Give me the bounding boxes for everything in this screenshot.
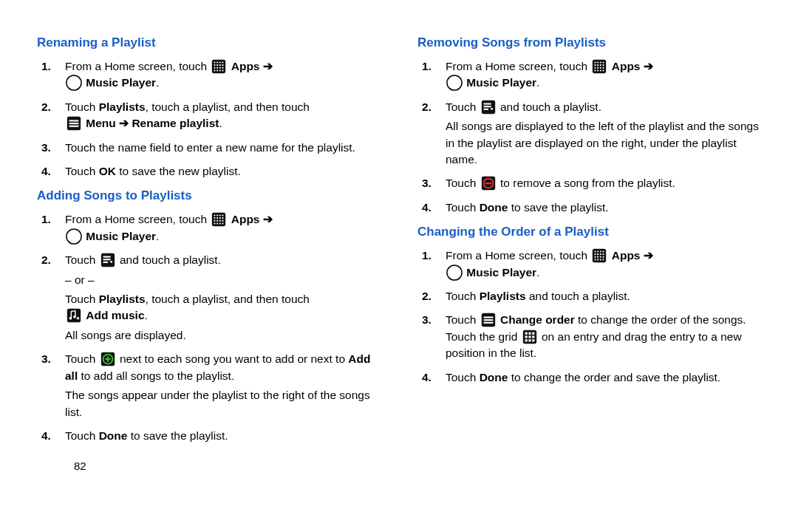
left-column: Renaming a Playlist From a Home screen, … xyxy=(37,30,381,474)
text: to save the new playlist. xyxy=(116,165,241,177)
text: and touch a playlist. xyxy=(120,253,221,266)
text: Touch xyxy=(65,429,99,442)
label-music-player: Music Player xyxy=(466,266,536,279)
list-item: Touch and touch a playlist. – or – Touch… xyxy=(65,252,381,344)
label-done: Done xyxy=(99,429,128,442)
grid-icon xyxy=(522,329,538,345)
text: Touch xyxy=(65,352,99,365)
add-music-icon xyxy=(66,307,82,324)
text: , touch a playlist, and then touch xyxy=(146,100,310,113)
music-player-icon xyxy=(446,265,463,281)
arrow-icon: ➔ xyxy=(263,213,273,225)
text: and touch a playlist. xyxy=(526,290,630,302)
text: All songs are displayed. xyxy=(65,327,381,344)
list-item: Touch next to each song you want to add … xyxy=(65,351,381,420)
adding-steps: From a Home screen, touch Apps ➔ Music P… xyxy=(37,211,381,445)
label-add-music: Add music xyxy=(86,309,144,321)
text: Touch xyxy=(65,293,99,305)
label-menu: Menu xyxy=(86,117,115,129)
text: The songs appear under the playlist to t… xyxy=(65,387,381,420)
text: Touch xyxy=(65,100,99,113)
list-item: From a Home screen, touch Apps ➔ Music P… xyxy=(446,58,761,92)
label-playlists: Playlists xyxy=(99,100,146,113)
text: From a Home screen, touch xyxy=(446,249,590,262)
arrow-icon: ➔ xyxy=(644,249,653,262)
minus-icon xyxy=(480,175,497,191)
arrow-icon: ➔ xyxy=(263,60,273,72)
apps-icon xyxy=(211,58,227,75)
list-item: Touch Playlists, touch a playlist, and t… xyxy=(65,99,381,132)
label-change-order: Change order xyxy=(500,313,575,326)
text: to add all songs to the playlist. xyxy=(78,369,234,382)
text: to save the playlist. xyxy=(127,429,228,442)
menu-icon xyxy=(66,115,82,132)
text: Touch xyxy=(446,371,480,383)
menu-icon xyxy=(480,312,497,328)
text: and touch a playlist. xyxy=(500,100,601,113)
text: From a Home screen, touch xyxy=(446,60,590,72)
playlist-add-icon xyxy=(480,99,497,115)
label-apps: Apps xyxy=(231,213,260,225)
music-player-icon xyxy=(66,75,82,91)
label-music-player: Music Player xyxy=(86,76,156,89)
label-ok: OK xyxy=(99,165,116,177)
removing-steps: From a Home screen, touch Apps ➔ Music P… xyxy=(417,58,761,216)
text: to change the order and save the playlis… xyxy=(508,371,720,383)
list-item: Touch Playlists and touch a playlist. xyxy=(446,288,761,304)
page-number: 82 xyxy=(37,458,381,474)
list-item: Touch and touch a playlist. All songs ar… xyxy=(446,99,761,168)
list-item: Touch OK to save the new playlist. xyxy=(65,163,381,180)
text: Touch xyxy=(65,253,99,266)
rename-steps: From a Home screen, touch Apps ➔ Music P… xyxy=(37,58,381,180)
list-item: Touch to remove a song from the playlist… xyxy=(446,175,761,191)
label-apps: Apps xyxy=(612,60,641,72)
arrow-icon: ➔ xyxy=(644,60,653,72)
heading-removing: Removing Songs from Playlists xyxy=(417,34,761,52)
label-done: Done xyxy=(480,371,508,383)
heading-rename: Renaming a Playlist xyxy=(37,34,381,52)
label-playlists: Playlists xyxy=(99,293,146,305)
apps-icon xyxy=(591,248,607,264)
text: to save the playlist. xyxy=(508,201,608,214)
playlist-add-icon xyxy=(100,252,116,268)
text: Touch xyxy=(446,290,480,302)
list-item: Touch the name field to enter a new name… xyxy=(65,140,381,156)
page-content: Renaming a Playlist From a Home screen, … xyxy=(37,30,761,474)
text: Touch xyxy=(446,100,480,113)
music-player-icon xyxy=(446,75,463,91)
text: Touch the name field to enter a new name… xyxy=(65,141,355,154)
apps-icon xyxy=(211,211,227,228)
arrow-icon: ➔ xyxy=(119,117,129,129)
text: Touch xyxy=(446,177,480,189)
text: Touch xyxy=(446,201,480,214)
text: next to each song you want to add or nex… xyxy=(120,352,348,365)
text: From a Home screen, touch xyxy=(65,60,210,72)
apps-icon xyxy=(591,58,607,75)
list-item: Touch Done to change the order and save … xyxy=(446,369,761,386)
text: From a Home screen, touch xyxy=(65,213,210,225)
label-done: Done xyxy=(480,201,508,214)
list-item: From a Home screen, touch Apps ➔ Music P… xyxy=(65,211,381,245)
text: , touch a playlist, and then touch xyxy=(146,293,310,305)
label-music-player: Music Player xyxy=(86,230,156,242)
label-apps: Apps xyxy=(612,249,641,262)
or-divider: – or – xyxy=(65,272,381,288)
changing-steps: From a Home screen, touch Apps ➔ Music P… xyxy=(417,248,761,386)
right-column: Removing Songs from Playlists From a Hom… xyxy=(417,30,761,474)
list-item: From a Home screen, touch Apps ➔ Music P… xyxy=(446,248,761,281)
label-rename-playlist: Rename playlist xyxy=(132,117,219,129)
plus-icon xyxy=(100,351,116,367)
list-item: Touch Done to save the playlist. xyxy=(446,200,761,216)
list-item: Touch Change order to change the order o… xyxy=(446,312,761,361)
list-item: Touch Done to save the playlist. xyxy=(65,428,381,444)
text: Touch xyxy=(65,165,99,177)
label-music-player: Music Player xyxy=(466,76,536,89)
text: to remove a song from the playlist. xyxy=(500,177,675,189)
label-apps: Apps xyxy=(231,60,260,72)
heading-changing: Changing the Order of a Playlist xyxy=(417,223,761,242)
label-playlists: Playlists xyxy=(480,290,526,302)
music-player-icon xyxy=(66,228,82,245)
text: All songs are displayed to the left of t… xyxy=(446,118,761,168)
text: Touch xyxy=(446,313,480,326)
list-item: From a Home screen, touch Apps ➔ Music P… xyxy=(65,58,381,92)
